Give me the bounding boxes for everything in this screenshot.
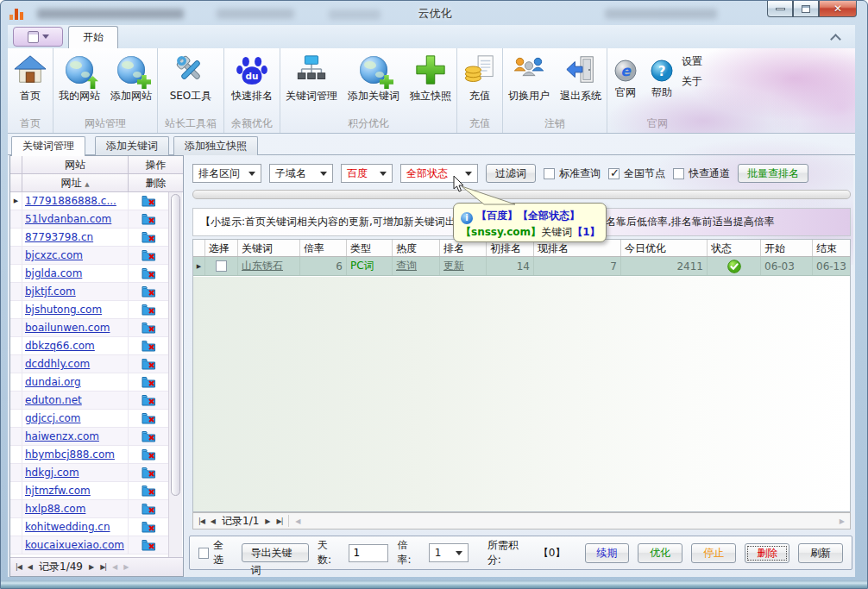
site-link[interactable]: dundai.org bbox=[25, 376, 81, 388]
close-button[interactable]: ✕ bbox=[819, 1, 857, 17]
stop-button[interactable]: 停止 bbox=[691, 543, 736, 563]
delete-site-icon[interactable] bbox=[142, 485, 156, 497]
site-row[interactable]: hxlp88.com bbox=[10, 500, 169, 518]
quick-channel-checkbox[interactable]: 快查通道 bbox=[673, 166, 730, 181]
site-link[interactable]: dbkzq66.com bbox=[25, 340, 95, 352]
about-button[interactable]: 关于 bbox=[682, 74, 702, 89]
last-page-icon[interactable]: ▶| bbox=[100, 563, 106, 571]
delete-site-icon[interactable] bbox=[142, 448, 156, 461]
delete-site-icon[interactable] bbox=[142, 430, 156, 442]
keyword-row[interactable]: ▶ 山东锈石 6 PC词 查询 更新 14 7 2411 06-03 06-13 bbox=[193, 257, 850, 276]
site-row[interactable]: hbymbcj888.com bbox=[10, 446, 169, 464]
site-link[interactable]: gdjccj.com bbox=[25, 412, 81, 424]
site-link[interactable]: haiwenzx.com bbox=[25, 430, 99, 442]
col-heat[interactable]: 热度 bbox=[393, 240, 440, 256]
sidebar-scrollbar[interactable] bbox=[168, 192, 182, 557]
select-all-checkbox[interactable]: 全选 bbox=[198, 538, 233, 567]
tab-add-keyword[interactable]: 添加关键词 bbox=[95, 136, 169, 155]
delete-button[interactable]: 删除 bbox=[745, 543, 789, 563]
add-keyword-button[interactable]: 添加关键词 bbox=[343, 51, 405, 103]
scroll-right-icon[interactable]: ▶ bbox=[123, 563, 129, 571]
optimize-button[interactable]: 优化 bbox=[638, 543, 682, 563]
site-row[interactable]: dbkzq66.com bbox=[10, 337, 169, 355]
col-select[interactable]: 选择 bbox=[205, 240, 238, 256]
site-row[interactable]: kohitwedding.cn bbox=[10, 518, 169, 536]
keyword-link[interactable]: 山东锈石 bbox=[242, 259, 283, 273]
scroll-right-icon[interactable]: ▶ bbox=[840, 517, 845, 525]
delete-site-icon[interactable] bbox=[142, 267, 156, 279]
add-site-button[interactable]: 添加网站 bbox=[105, 51, 157, 103]
switch-user-button[interactable]: 切换用户 bbox=[503, 51, 555, 103]
export-keywords-button[interactable]: 导出关键词 bbox=[242, 543, 309, 562]
column-header-url[interactable]: 网址 ▲ bbox=[22, 174, 129, 191]
site-row[interactable]: hdkgj.com bbox=[10, 464, 169, 482]
site-link[interactable]: dcddhly.com bbox=[25, 358, 90, 370]
delete-site-icon[interactable] bbox=[142, 231, 156, 243]
site-link[interactable]: bjshutong.com bbox=[25, 304, 102, 316]
site-row[interactable]: bjglda.com bbox=[10, 265, 169, 283]
site-row[interactable]: bjktjf.com bbox=[10, 283, 169, 301]
site-link[interactable]: hjtmzfw.com bbox=[25, 485, 91, 497]
delete-site-icon[interactable] bbox=[142, 521, 156, 533]
col-keyword[interactable]: 关键词 bbox=[238, 240, 300, 256]
col-today-opt[interactable]: 今日优化 bbox=[621, 240, 708, 256]
delete-site-icon[interactable] bbox=[142, 213, 156, 225]
site-row[interactable]: hjtmzfw.com bbox=[10, 482, 169, 500]
refresh-button[interactable]: 刷新 bbox=[798, 543, 843, 563]
column-header-site[interactable]: 网站 bbox=[22, 156, 129, 173]
col-status[interactable]: 状态 bbox=[708, 240, 761, 256]
next-page-icon[interactable]: ▶ bbox=[89, 563, 94, 571]
col-start[interactable]: 开始 bbox=[761, 240, 813, 256]
title-bar[interactable]: 云优化 ✕ bbox=[1, 1, 868, 25]
col-type[interactable]: 类型 bbox=[347, 240, 393, 256]
engine-select[interactable]: 百度 bbox=[341, 164, 393, 183]
checkbox-icon[interactable] bbox=[198, 548, 209, 559]
delete-site-icon[interactable] bbox=[142, 503, 156, 515]
horizontal-slider-bar[interactable] bbox=[192, 190, 851, 199]
site-link[interactable]: bjcxzc.com bbox=[25, 249, 83, 261]
prev-page-icon[interactable]: ◀ bbox=[211, 517, 216, 525]
site-row[interactable]: 87793798.cn bbox=[10, 229, 169, 247]
collapse-ribbon-icon[interactable] bbox=[830, 34, 841, 45]
site-link[interactable]: bjktjf.com bbox=[25, 285, 76, 298]
site-link[interactable]: hdkgj.com bbox=[25, 467, 79, 479]
delete-site-icon[interactable] bbox=[142, 412, 156, 424]
batch-rank-check-button[interactable]: 批量查排名 bbox=[738, 164, 808, 183]
minimize-button[interactable] bbox=[767, 1, 793, 17]
site-link[interactable]: hxlp88.com bbox=[25, 503, 85, 515]
filter-words-button[interactable]: 过滤词 bbox=[486, 164, 536, 183]
site-link[interactable]: 17791886888.c... bbox=[25, 195, 116, 207]
maximize-button[interactable] bbox=[793, 1, 819, 17]
site-row[interactable]: 51lvdanban.com bbox=[10, 210, 169, 229]
my-sites-button[interactable]: 我的网站 bbox=[53, 51, 105, 103]
delete-site-icon[interactable] bbox=[142, 340, 156, 352]
home-button[interactable]: 首页 bbox=[8, 51, 53, 103]
days-input[interactable] bbox=[349, 544, 388, 562]
keyword-manage-button[interactable]: 关键词管理 bbox=[280, 51, 343, 103]
site-row[interactable]: ▶ 17791886888.c... bbox=[10, 192, 169, 210]
update-link[interactable]: 更新 bbox=[443, 259, 464, 273]
site-row[interactable]: gdjccj.com bbox=[10, 410, 169, 428]
snapshot-button[interactable]: 独立快照 bbox=[405, 51, 456, 103]
col-rate[interactable]: 倍率 bbox=[300, 240, 347, 256]
site-row[interactable]: eduton.net bbox=[10, 392, 169, 410]
help-button[interactable]: ? 帮助 bbox=[644, 51, 680, 100]
site-row[interactable]: bjshutong.com bbox=[10, 301, 169, 319]
official-site-button[interactable]: e 官网 bbox=[607, 51, 644, 100]
query-link[interactable]: 查询 bbox=[396, 259, 417, 273]
delete-site-icon[interactable] bbox=[142, 539, 156, 551]
rate-select[interactable]: 1 bbox=[429, 543, 469, 562]
site-link[interactable]: bjglda.com bbox=[25, 267, 82, 279]
renew-button[interactable]: 续期 bbox=[585, 543, 630, 563]
national-node-checkbox[interactable]: 全国节点 bbox=[608, 166, 665, 181]
scrollbar-thumb[interactable] bbox=[171, 194, 180, 496]
site-link[interactable]: eduton.net bbox=[25, 394, 82, 406]
site-link[interactable]: koucaixuexiao.com bbox=[25, 539, 124, 551]
rank-range-select[interactable]: 排名区间 bbox=[192, 164, 261, 183]
first-page-icon[interactable]: |◀ bbox=[16, 563, 22, 571]
site-row[interactable]: koucaixuexiao.com bbox=[10, 536, 169, 555]
delete-site-icon[interactable] bbox=[142, 285, 156, 298]
seo-tools-button[interactable]: SEO工具 bbox=[165, 51, 217, 103]
subdomain-select[interactable]: 子域名 bbox=[269, 164, 333, 183]
checkbox-icon[interactable] bbox=[608, 168, 620, 179]
